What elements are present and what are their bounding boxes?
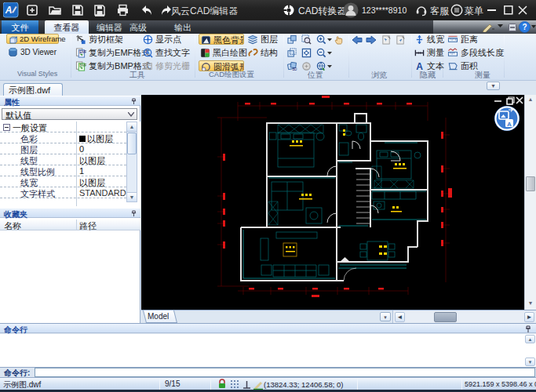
- svg-text:A: A: [145, 49, 150, 56]
- svg-text:A: A: [5, 5, 13, 16]
- svg-text:BMP: BMP: [79, 64, 86, 67]
- svg-text:A: A: [507, 121, 512, 128]
- svg-text:?: ?: [522, 23, 527, 31]
- svg-text:3D: 3D: [293, 67, 298, 71]
- svg-text:EMF: EMF: [79, 50, 86, 54]
